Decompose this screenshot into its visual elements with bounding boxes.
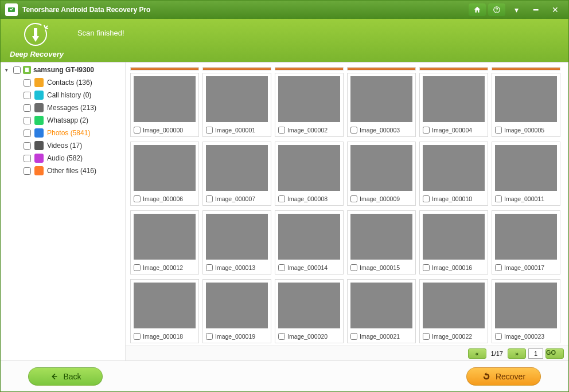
thumbnail-checkbox[interactable] [134,195,141,202]
sidebar-item-5[interactable]: Videos (17) [24,139,123,152]
thumbnail-item[interactable]: Image_000016 [419,210,488,275]
next-page-button[interactable]: » [508,348,526,359]
thumbnail-checkbox[interactable] [423,195,430,202]
thumbnail-item[interactable]: Image_000021 [347,279,416,343]
thumbnail-item[interactable]: Image_000004 [419,73,488,137]
thumbnail-item[interactable]: Image_000006 [130,142,199,206]
thumbnail-item[interactable]: Image_000023 [492,279,560,343]
sidebar-item-4[interactable]: Photos (5841) [24,127,123,139]
thumbnail-name: Image_000007 [215,195,255,202]
minimize-button[interactable]: ━ [527,3,544,16]
thumbnail-name: Image_000003 [360,127,400,134]
category-icon [34,128,44,138]
thumbnail-item[interactable]: Image_000014 [275,210,344,275]
thumbnail-item[interactable]: Image_000011 [492,142,560,206]
thumbnail-item[interactable]: Image_000012 [130,210,199,275]
thumbnail-item[interactable]: Image_000002 [275,73,344,137]
sidebar-item-6[interactable]: Audio (582) [24,152,123,164]
thumbnail-checkbox[interactable] [278,127,285,134]
thumbnail-checkbox[interactable] [278,264,285,271]
thumbnail-checkbox[interactable] [278,333,285,340]
thumbnail-item[interactable]: Image_000003 [347,73,416,137]
sidebar-item-checkbox[interactable] [24,142,31,150]
sidebar-item-0[interactable]: Contacts (136) [24,76,123,89]
thumbnail-item[interactable]: Image_000010 [419,142,488,206]
thumbnail-checkbox[interactable] [350,195,357,202]
thumbnail-name: Image_000022 [432,333,472,340]
thumbnail-checkbox[interactable] [495,127,502,134]
home-button[interactable] [469,3,486,16]
thumbnail-checkbox[interactable] [350,264,357,271]
thumbnail-checkbox[interactable] [495,195,502,202]
thumbnail-scroll[interactable]: Image_000000Image_000001Image_000002Imag… [126,62,568,346]
thumbnail-item[interactable]: Image_000007 [202,142,271,206]
thumbnail-item[interactable]: Image_000013 [202,210,271,275]
category-icon [34,154,44,163]
thumbnail-item[interactable]: Image_000008 [275,142,344,206]
thumbnail-checkbox[interactable] [134,333,141,340]
thumbnail-checkbox[interactable] [278,195,285,202]
thumbnail-checkbox[interactable] [206,333,213,340]
thumbnail-image [134,283,196,328]
sidebar-item-checkbox[interactable] [24,92,31,99]
sidebar-item-checkbox[interactable] [24,130,31,137]
sidebar-item-checkbox[interactable] [24,104,31,112]
thumbnail-item[interactable]: Image_000009 [347,142,416,206]
thumbnail-item[interactable]: Image_000018 [130,279,199,343]
thumbnail-item[interactable]: Image_000017 [492,210,560,275]
device-checkbox[interactable] [13,66,21,74]
prev-page-button[interactable]: « [468,348,486,359]
thumbnail-checkbox[interactable] [206,195,213,202]
thumbnail-checkbox[interactable] [206,264,213,271]
thumbnail-item[interactable]: Image_000015 [347,210,416,275]
bottom-bar: Back Recover [1,360,568,391]
go-button[interactable]: GO [545,348,564,359]
thumbnail-name: Image_000004 [432,127,472,134]
thumbnail-checkbox[interactable] [495,264,502,271]
thumbnail-checkbox[interactable] [134,264,141,271]
recover-button[interactable]: Recover [466,367,541,386]
thumbnail-checkbox[interactable] [350,127,357,134]
sidebar-item-label: Audio (582) [47,154,83,162]
thumbnail-item[interactable]: Image_000001 [202,73,271,137]
thumbnail-checkbox[interactable] [350,333,357,340]
deep-recovery-label: Deep Recovery [10,50,64,58]
thumbnail-image [278,145,340,191]
thumbnail-checkbox[interactable] [495,333,502,340]
thumbnail-name: Image_000006 [143,195,183,202]
thumbnail-name: Image_000015 [360,264,400,271]
sidebar-item-checkbox[interactable] [24,167,31,175]
deep-recovery-button[interactable]: Deep Recovery [10,22,64,58]
caret-icon: ▾ [5,67,11,73]
sidebar: ▾ samsung GT-I9300 Contacts (136)Call hi… [1,62,126,360]
thumbnail-item[interactable]: Image_000022 [419,279,488,343]
sidebar-item-1[interactable]: Call history (0) [24,89,123,101]
sidebar-item-2[interactable]: Messages (213) [24,101,123,114]
sidebar-item-checkbox[interactable] [24,79,31,87]
thumbnail-name: Image_000005 [504,127,544,134]
thumbnail-checkbox[interactable] [423,127,430,134]
sidebar-item-7[interactable]: Other files (416) [24,164,123,177]
thumbnail-checkbox[interactable] [134,127,141,134]
sidebar-item-label: Other files (416) [47,167,96,175]
category-icon [34,116,44,125]
help-button[interactable] [488,3,505,16]
page-input[interactable] [528,348,543,359]
dropdown-button[interactable]: ▾ [508,3,525,16]
thumbnail-checkbox[interactable] [206,127,213,134]
thumbnail-image [350,283,412,328]
category-icon [34,78,44,87]
thumbnail-checkbox[interactable] [423,333,430,340]
thumbnail-checkbox[interactable] [423,264,430,271]
sidebar-item-checkbox[interactable] [24,117,31,124]
sidebar-item-3[interactable]: Whatsapp (2) [24,114,123,127]
back-button[interactable]: Back [28,367,103,386]
device-tree-root[interactable]: ▾ samsung GT-I9300 [5,66,123,74]
thumbnail-item[interactable]: Image_000019 [202,279,271,343]
thumbnail-item[interactable]: Image_000020 [275,279,344,343]
thumbnail-item[interactable]: Image_000000 [130,73,199,137]
thumbnail-image [134,145,196,191]
thumbnail-item[interactable]: Image_000005 [492,73,560,137]
close-button[interactable]: ✕ [547,3,564,16]
sidebar-item-checkbox[interactable] [24,155,31,162]
